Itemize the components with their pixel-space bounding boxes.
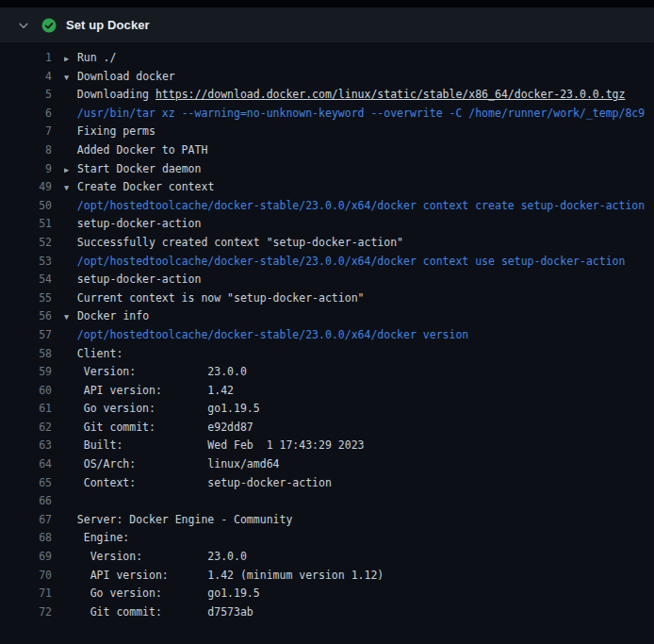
log-text: OS/Arch: linux/amd64 bbox=[64, 457, 279, 471]
log-container: 1▶ Run ./4▼ Download docker5 Downloading… bbox=[0, 42, 654, 644]
line-number[interactable]: 51 bbox=[0, 215, 52, 234]
log-line: 51 setup-docker-action bbox=[0, 215, 654, 234]
line-number[interactable]: 5 bbox=[0, 86, 52, 105]
line-number[interactable]: 71 bbox=[0, 585, 52, 603]
line-number[interactable]: 61 bbox=[0, 400, 52, 419]
line-content: Fixing perms bbox=[64, 123, 654, 141]
log-text: Version: 23.0.0 bbox=[64, 550, 247, 563]
line-content[interactable]: ▼ Create Docker context bbox=[64, 178, 654, 197]
collapsed-arrow-icon[interactable]: ▶ bbox=[64, 50, 71, 68]
log-text: API version: 1.42 (minimum version 1.12) bbox=[64, 569, 384, 582]
log-line: 59 Version: 23.0.0 bbox=[0, 363, 654, 382]
log-text: Download docker bbox=[71, 70, 175, 83]
expanded-arrow-icon[interactable]: ▼ bbox=[64, 69, 71, 87]
line-number[interactable]: 67 bbox=[0, 511, 52, 530]
log-text: Fixing perms bbox=[64, 124, 155, 138]
log-line: 66 bbox=[0, 492, 654, 511]
log-text: Run ./ bbox=[71, 51, 116, 64]
line-number[interactable]: 54 bbox=[0, 271, 52, 289]
line-number[interactable]: 64 bbox=[0, 455, 52, 474]
line-content: Version: 23.0.0 bbox=[64, 363, 654, 382]
log-line: 63 Built: Wed Feb 1 17:43:29 2023 bbox=[0, 437, 654, 455]
log-line: 68 Engine: bbox=[0, 529, 654, 548]
log-line: 61 Go version: go1.19.5 bbox=[0, 400, 654, 419]
log-line: 60 API version: 1.42 bbox=[0, 382, 654, 401]
log-text: Create Docker context bbox=[71, 180, 214, 193]
line-number[interactable]: 49 bbox=[0, 178, 52, 197]
log-group-line: 56▼ Docker info bbox=[0, 307, 654, 326]
line-content: API version: 1.42 (minimum version 1.12) bbox=[64, 567, 654, 586]
log-text: setup-docker-action bbox=[64, 217, 201, 230]
log-text: setup-docker-action bbox=[64, 272, 201, 286]
log-text: Version: 23.0.0 bbox=[64, 365, 247, 378]
log-text: Downloading bbox=[64, 88, 155, 101]
line-number[interactable]: 58 bbox=[0, 345, 52, 364]
line-number[interactable]: 52 bbox=[0, 234, 52, 253]
line-content: Go version: go1.19.5 bbox=[64, 585, 654, 603]
line-number[interactable]: 50 bbox=[0, 197, 52, 216]
line-number[interactable]: 55 bbox=[0, 289, 52, 308]
success-check-icon bbox=[41, 18, 57, 33]
line-content: Go version: go1.19.5 bbox=[64, 400, 654, 419]
expanded-arrow-icon[interactable]: ▼ bbox=[64, 179, 71, 197]
line-number[interactable]: 63 bbox=[0, 437, 52, 455]
line-content: API version: 1.42 bbox=[64, 382, 654, 401]
line-number[interactable]: 6 bbox=[0, 105, 52, 124]
line-number[interactable]: 56 bbox=[0, 307, 52, 326]
line-content: /usr/bin/tar xz --warning=no-unknown-key… bbox=[64, 105, 654, 124]
line-number[interactable]: 69 bbox=[0, 548, 52, 567]
line-number[interactable]: 66 bbox=[0, 492, 52, 511]
line-number[interactable]: 70 bbox=[0, 567, 52, 586]
log-text: Built: Wed Feb 1 17:43:29 2023 bbox=[64, 438, 365, 452]
line-content: Git commit: e92dd87 bbox=[64, 419, 654, 438]
log-line: 71 Go version: go1.19.5 bbox=[0, 585, 654, 603]
line-content: Current context is now "setup-docker-act… bbox=[64, 289, 654, 308]
log-line: 7 Fixing perms bbox=[0, 123, 654, 141]
step-header[interactable]: Set up Docker bbox=[0, 8, 654, 42]
log-lines: 1▶ Run ./4▼ Download docker5 Downloading… bbox=[0, 49, 654, 621]
log-line: 58 Client: bbox=[0, 345, 654, 364]
log-text: Engine: bbox=[64, 531, 129, 544]
line-content: Successfully created context "setup-dock… bbox=[64, 234, 654, 253]
line-number[interactable]: 4 bbox=[0, 68, 52, 87]
log-group-line: 9▶ Start Docker daemon bbox=[0, 160, 654, 179]
log-text: Current context is now "setup-docker-act… bbox=[64, 291, 365, 305]
log-text: Successfully created context "setup-dock… bbox=[64, 236, 403, 249]
line-content[interactable]: ▶ Start Docker daemon bbox=[64, 160, 654, 179]
log-line: 67 Server: Docker Engine - Community bbox=[0, 511, 654, 530]
log-line: 54 setup-docker-action bbox=[0, 271, 654, 289]
line-number[interactable]: 7 bbox=[0, 123, 52, 141]
collapsed-arrow-icon[interactable]: ▶ bbox=[64, 161, 71, 179]
line-content: Added Docker to PATH bbox=[64, 141, 654, 160]
line-number[interactable]: 59 bbox=[0, 363, 52, 382]
line-number[interactable]: 60 bbox=[0, 382, 52, 401]
log-line: 57 /opt/hostedtoolcache/docker-stable/23… bbox=[0, 326, 654, 345]
line-number[interactable]: 72 bbox=[0, 603, 52, 622]
line-content: Server: Docker Engine - Community bbox=[64, 511, 654, 530]
log-command-text: /opt/hostedtoolcache/docker-stable/23.0.… bbox=[77, 255, 626, 268]
line-number[interactable]: 57 bbox=[0, 326, 52, 345]
line-number[interactable]: 65 bbox=[0, 474, 52, 493]
log-line: 62 Git commit: e92dd87 bbox=[0, 419, 654, 438]
line-number[interactable]: 8 bbox=[0, 141, 52, 160]
line-content[interactable]: ▶ Run ./ bbox=[64, 49, 654, 68]
line-number[interactable]: 9 bbox=[0, 160, 52, 179]
expanded-arrow-icon[interactable]: ▼ bbox=[64, 308, 71, 326]
line-number[interactable]: 1 bbox=[0, 49, 52, 68]
line-content[interactable]: ▼ Download docker bbox=[64, 68, 654, 87]
line-number[interactable]: 62 bbox=[0, 419, 52, 438]
log-command-text: /opt/hostedtoolcache/docker-stable/23.0.… bbox=[77, 199, 645, 212]
log-text: Docker info bbox=[71, 309, 149, 322]
line-content: Engine: bbox=[64, 529, 654, 548]
line-number[interactable]: 53 bbox=[0, 253, 52, 272]
log-line: 64 OS/Arch: linux/amd64 bbox=[0, 455, 654, 474]
line-content: Version: 23.0.0 bbox=[64, 548, 654, 567]
log-line: 72 Git commit: d7573ab bbox=[0, 603, 654, 622]
line-content[interactable]: ▼ Docker info bbox=[64, 307, 654, 326]
line-content: Context: setup-docker-action bbox=[64, 474, 654, 493]
line-content: Downloading https://download.docker.com/… bbox=[64, 86, 654, 105]
log-text: Added Docker to PATH bbox=[64, 143, 207, 157]
chevron-down-icon[interactable] bbox=[17, 19, 30, 32]
line-number[interactable]: 68 bbox=[0, 529, 52, 548]
log-link[interactable]: https://download.docker.com/linux/static… bbox=[155, 88, 626, 101]
